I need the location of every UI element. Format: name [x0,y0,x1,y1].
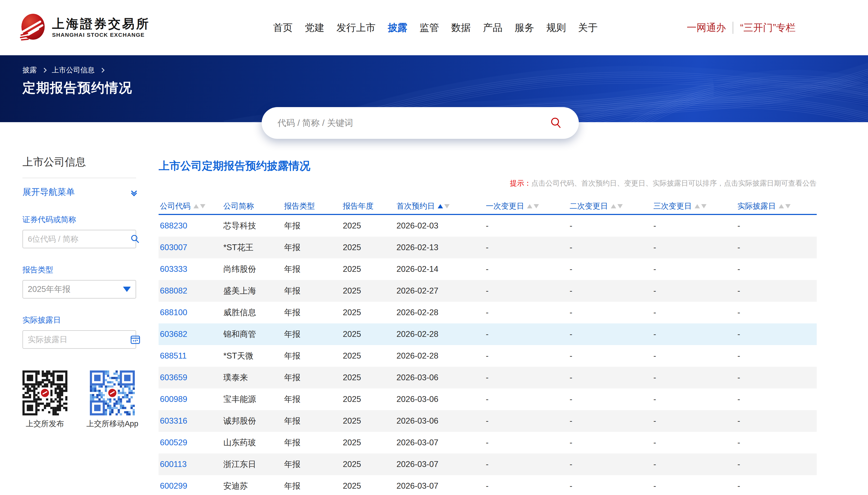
cell-first: 2026-03-06 [396,394,486,404]
nav-item-6[interactable]: 数据 [451,21,471,34]
sort-asc-icon [527,204,532,208]
actual-date-input[interactable] [28,335,130,344]
report-type-select[interactable]: 2025年年报 [22,280,136,298]
cell-code[interactable]: 603333 [160,264,223,274]
cell-code[interactable]: 688100 [160,308,223,317]
column-header-3: 报告类型 [284,201,343,211]
chevron-right-icon [100,68,104,72]
cell-c2: - [570,481,653,491]
calendar-icon[interactable] [130,334,141,345]
column-header-label: 实际披露日 [738,201,776,211]
cell-code[interactable]: 600529 [160,438,223,447]
search-icon[interactable] [549,116,563,130]
main-nav: 首页党建发行上市披露监管数据产品服务规则关于 [273,21,598,34]
cell-year: 2025 [343,221,396,231]
cell-first: 2026-02-28 [396,351,486,361]
brand-name-cn: 上海證券交易所 [52,17,150,30]
cell-type: 年报 [284,242,343,253]
search-icon[interactable] [130,234,140,244]
cell-name: *ST花王 [223,242,284,253]
chevron-down-icon [123,287,131,292]
qr-label-2: 上交所移动App [86,419,139,429]
sort-desc-icon [785,204,791,208]
nav-item-3[interactable]: 发行上市 [336,21,376,34]
quick-link-2[interactable]: “三开门”专栏 [740,21,796,34]
cell-c2: - [570,438,653,447]
cell-c2: - [570,329,653,339]
column-header-6[interactable]: 一次变更日 [486,201,570,211]
cell-first: 2026-02-28 [396,308,486,317]
nav-item-1[interactable]: 首页 [273,21,293,34]
nav-item-8[interactable]: 服务 [515,21,534,34]
nav-item-9[interactable]: 规则 [546,21,566,34]
nav-item-4[interactable]: 披露 [388,21,407,34]
cell-code[interactable]: 600113 [160,460,223,469]
cell-c3: - [653,481,738,491]
cell-code[interactable]: 688230 [160,221,223,231]
cell-code[interactable]: 688082 [160,286,223,296]
cell-first: 2026-02-14 [396,264,486,274]
cell-first: 2026-03-07 [396,481,486,491]
hint-prefix: 提示： [510,179,531,187]
nav-item-5[interactable]: 监管 [420,21,439,34]
breadcrumb-item-1[interactable]: 披露 [22,65,37,75]
nav-item-7[interactable]: 产品 [483,21,502,34]
column-header-8[interactable]: 三次变更日 [653,201,738,211]
cell-c1: - [486,460,570,469]
cell-type: 年报 [284,220,343,232]
sort-asc-icon [695,204,700,208]
cell-year: 2025 [343,460,396,469]
cell-type: 年报 [284,480,343,492]
cell-actual: - [738,351,817,361]
security-code-input[interactable] [28,235,130,243]
expand-nav-menu-button[interactable]: 展开导航菜单 [22,186,136,198]
nav-item-10[interactable]: 关于 [578,21,598,34]
cell-code[interactable]: 603682 [160,329,223,339]
cell-code[interactable]: 600299 [160,481,223,491]
cell-first: 2026-03-07 [396,460,486,469]
quick-link-1[interactable]: 一网通办 [687,21,726,34]
column-header-9[interactable]: 实际披露日 [738,201,817,211]
column-header-7[interactable]: 二次变更日 [570,201,653,211]
sort-arrows-icon [527,204,539,208]
cell-year: 2025 [343,351,396,361]
cell-code[interactable]: 603659 [160,373,223,382]
sort-asc-icon [194,204,199,208]
global-search-bar [262,107,579,139]
security-code-label: 证券代码或简称 [22,215,136,225]
cell-year: 2025 [343,286,396,296]
cell-code[interactable]: 603007 [160,243,223,252]
cell-type: 年报 [284,437,343,448]
table-row: 603007*ST花王年报20252026-02-13---- [159,237,817,258]
quick-links: 一网通办“三开门”专栏 [687,21,796,34]
cell-name: 宝丰能源 [223,394,284,405]
column-header-label: 一次变更日 [486,201,524,211]
sort-arrows-icon [611,204,623,208]
cell-code[interactable]: 600989 [160,394,223,404]
cell-c2: - [570,460,653,469]
cell-actual: - [738,481,817,491]
sse-logo-icon [20,13,46,42]
nav-item-2[interactable]: 党建 [305,21,324,34]
cell-first: 2026-03-06 [396,416,486,426]
cell-code[interactable]: 603316 [160,416,223,426]
column-header-2: 公司简称 [223,201,284,211]
table-row: 603316诚邦股份年报20252026-03-06---- [159,410,817,432]
cell-name: 芯导科技 [223,220,284,232]
column-header-label: 报告年度 [343,201,373,211]
column-header-label: 首次预约日 [396,201,435,211]
breadcrumb-item-2[interactable]: 上市公司信息 [52,65,95,75]
cell-code[interactable]: 688511 [160,351,223,361]
column-header-1[interactable]: 公司代码 [160,201,223,211]
cell-first: 2026-02-28 [396,329,486,339]
sort-desc-icon [534,204,539,208]
sse-logo[interactable]: 上海證券交易所 SHANGHAI STOCK EXCHANGE [20,13,150,42]
cell-c2: - [570,264,653,274]
cell-year: 2025 [343,373,396,382]
cell-c3: - [653,351,738,361]
table-row: 603659璞泰来年报20252026-03-06---- [159,367,817,389]
column-header-label: 报告类型 [284,201,315,211]
column-header-5[interactable]: 首次预约日 [396,201,486,211]
global-search-input[interactable] [278,118,549,128]
actual-date-field [22,330,136,349]
